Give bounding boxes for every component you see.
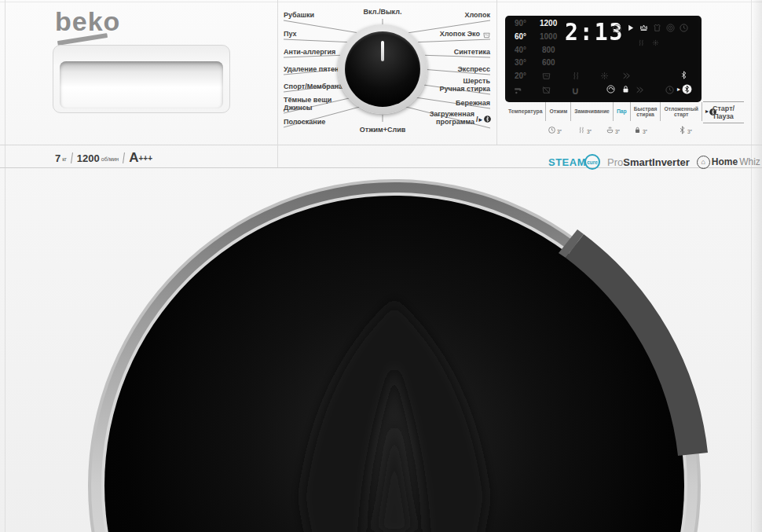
downloaded-program-bluetooth: / ▸ (476, 115, 492, 123)
dial-label-shirts: Рубашки (284, 11, 314, 19)
homewhiz-logo: ⌂ HomeWhiz (697, 156, 760, 169)
dial-label-dark-jeans: Тёмные вещи Джинсы (284, 96, 332, 112)
delay-start-button[interactable]: Отложенный старт (660, 102, 702, 121)
spec-badge: 7 кг 1200 об/мин A +++ (55, 149, 152, 167)
spin-1200-active: 1200 (540, 19, 557, 28)
running-indicator-icon (626, 24, 635, 32)
soak-button[interactable]: Замачивание (570, 102, 613, 121)
homewhiz-connect-icon: ▸ (677, 83, 693, 95)
door-area (0, 167, 762, 532)
play-small-icon: ▸ (478, 116, 482, 123)
drain-option-icon: ∪ (571, 85, 580, 97)
energy-class-plus: +++ (139, 154, 153, 163)
fast-wash-option-icon (621, 71, 632, 81)
hold-hint-steam: 3″ (577, 126, 592, 134)
capacity-unit: кг (62, 156, 67, 162)
pet-hair-option-icon (599, 71, 610, 81)
dial-label-cotton: Хлопок (464, 11, 490, 19)
dial-label-stain-removal: Удаление пятен (284, 65, 339, 73)
hold-hint-bluetooth: 3″ (678, 126, 692, 134)
delay-start-option-icon (665, 85, 675, 95)
steam-button[interactable]: Пар (613, 102, 630, 121)
badge-divider (71, 152, 73, 163)
dial-label-power: Вкл./Выкл. (351, 8, 414, 16)
prosmartinverter-logo: ProSmartInverter (607, 156, 690, 168)
hold-hint-pot: 3″ (606, 126, 620, 134)
temp-60-active: 60° (515, 32, 526, 41)
slash: / (476, 116, 478, 123)
fast-plus-option-icon (635, 85, 645, 95)
display-panel: 90° 60° 40° 30° 20° 1200 1000 800 600 2:… (505, 16, 702, 102)
spin-800: 800 (542, 46, 555, 54)
soak-option-icon (571, 71, 581, 81)
spin-button[interactable]: Отжим (545, 102, 570, 121)
bluetooth-status-icon (680, 71, 688, 79)
temp-20: 20° (515, 72, 526, 80)
drum-light-icon (606, 84, 616, 94)
dial-label-synthetics: Синтетика (454, 48, 490, 56)
option-buttons: Температура Отжим Замачивание Пар Быстра… (505, 102, 695, 121)
dial-label-down: Пух (284, 30, 297, 38)
spin-600: 600 (542, 58, 555, 67)
temp-90: 90° (515, 19, 526, 28)
dial-label-downloaded-program: Загруженная программа (430, 110, 474, 126)
fast-wash-button[interactable]: Быстрая стирка (630, 102, 661, 121)
temperature-button[interactable]: Температура (505, 102, 545, 121)
drum-clean-indicator-icon (665, 23, 676, 33)
bluetooth-badge-icon (483, 115, 492, 123)
program-dial-section: Вкл./Выкл. Рубашки Пух Анти-аллергия Уда… (277, 0, 496, 145)
badge-divider (123, 152, 125, 163)
pause-indicator-icon (612, 24, 622, 34)
no-spin-icon (541, 85, 551, 95)
cotton-eco-icon (482, 28, 491, 42)
dial-label-cotton-eco: Хлопок Эко (440, 30, 480, 38)
panel-seam-vertical-right (496, 0, 497, 145)
steam-indicator-icon (637, 39, 646, 47)
spin-1000: 1000 (540, 32, 557, 41)
rinse-hold-icon (541, 71, 551, 81)
brand-logo: beko (55, 6, 120, 37)
dial-label-rinse: Полоскание (284, 118, 325, 126)
dial-label-anti-allergy: Анти-аллергия (284, 48, 335, 56)
dial-label-wool-handwash: Шерсть Ручная стирка (440, 77, 490, 93)
steamcure-indicator-icon (639, 23, 649, 33)
dial-label-delicate: Бережная (456, 99, 490, 107)
cold-wash-faucet-icon (513, 85, 523, 95)
detergent-drawer[interactable] (53, 45, 230, 113)
child-lock-icon (621, 84, 631, 94)
dial-label-spin-drain: Отжим+Слив (351, 126, 414, 134)
drawer-handle-recess[interactable] (60, 61, 223, 108)
dial-indicator (381, 41, 384, 61)
anticrease-indicator-icon (651, 39, 660, 47)
capacity-value: 7 (55, 152, 60, 164)
dial-label-express: Экспресс (457, 65, 490, 73)
spin-unit: об/мин (101, 156, 119, 162)
washing-machine-front: beko 7 кг 1200 об/мин A +++ (0, 0, 762, 532)
hold-hint-drumlight: 3″ (548, 126, 562, 134)
dial-label-sport-membrane: Спорт/Мембрана (284, 83, 343, 90)
delay-indicator-icon (679, 23, 689, 33)
temp-30: 30° (515, 58, 526, 67)
hold-hint-childlock: 3″ (633, 126, 647, 134)
homewhiz-house-icon: ⌂ (697, 156, 710, 169)
temp-40: 40° (515, 46, 526, 54)
energy-class: A (129, 150, 138, 166)
spin-value: 1200 (77, 152, 100, 164)
shirt-indicator-icon (652, 23, 662, 33)
start-pause-button[interactable]: Старт/ Пауза (703, 101, 744, 123)
